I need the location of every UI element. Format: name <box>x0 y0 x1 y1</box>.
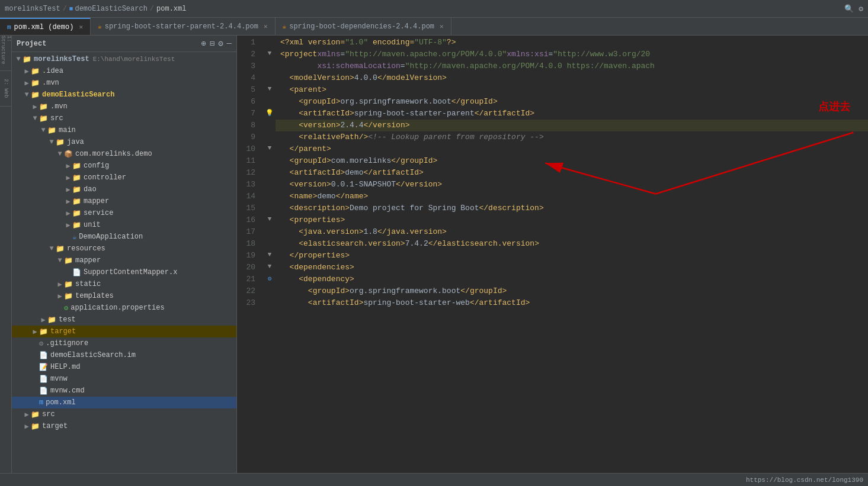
tree-java[interactable]: ▼ 📁 java <box>12 136 236 148</box>
mvnw-cmd-icon: 📄 <box>39 387 48 395</box>
tree-root[interactable]: ▼ 📁 morelinksTest E:\hand\morelinksTest <box>12 53 236 65</box>
breadcrumb-current[interactable]: pom.xml <box>156 5 186 13</box>
breadcrumb: morelinksTest / ■ demoElasticSearch / po… <box>5 5 186 13</box>
mapper-res-icon: 📁 <box>64 256 73 265</box>
project-tree: ▼ 📁 morelinksTest E:\hand\morelinksTest … <box>12 52 236 473</box>
ln-20: 20 <box>237 262 259 273</box>
tree-idea[interactable]: ▶ 📁 .idea <box>12 65 236 77</box>
tree-mvn-child[interactable]: ▶ 📁 .mvn <box>12 101 236 112</box>
breadcrumb-sep-2: / <box>150 5 154 13</box>
code-line-13: <version>0.0.1-SNAPSHOT</version> <box>276 179 868 191</box>
tree-unit[interactable]: ▶ 📁 unit <box>12 219 236 231</box>
tree-target-root[interactable]: ▶ 📁 target <box>12 420 236 432</box>
tree-mvn-root[interactable]: ▶ 📁 .mvn <box>12 77 236 89</box>
tree-app-properties[interactable]: ▶ ⚙ application.properties <box>12 302 236 314</box>
gutter-6 <box>264 95 276 107</box>
chevron-main: ▼ <box>39 126 47 134</box>
tree-mvnw[interactable]: ▶ 📄 mvnw <box>12 373 236 385</box>
ln-12: 12 <box>237 167 259 179</box>
ide-container: morelinksTest / ■ demoElasticSearch / po… <box>0 0 868 486</box>
tab-spring-boot-starter[interactable]: ☕ spring-boot-starter-parent-2.4.4.pom ✕ <box>91 18 276 35</box>
sidebar-layout-icon[interactable]: ⊟ <box>210 38 214 49</box>
tree-resources[interactable]: ▼ 📁 resources <box>12 243 236 255</box>
left-tab-structure[interactable]: 1: Structure <box>0 36 12 71</box>
ln-8: 8 <box>237 120 259 131</box>
tab-spring-dependencies[interactable]: ☕ spring-boot-dependencies-2.4.4.pom ✕ <box>276 18 451 35</box>
tab-spring-starter-close[interactable]: ✕ <box>264 22 268 30</box>
ln-4: 4 <box>237 72 259 84</box>
sidebar-minus-icon[interactable]: — <box>227 38 232 49</box>
java-icon: 📁 <box>56 138 65 147</box>
sidebar-add-icon[interactable]: ⊕ <box>201 38 206 49</box>
tree-mvnw-cmd[interactable]: ▶ 📄 mvnw.cmd <box>12 385 236 397</box>
code-line-16: <properties> <box>276 214 868 226</box>
code-line-11: <groupId>com.morelinks</groupId> <box>276 155 868 167</box>
tree-static[interactable]: ▶ 📁 static <box>12 278 236 290</box>
tree-main[interactable]: ▼ 📁 main <box>12 124 236 136</box>
chevron-mapper-res: ▼ <box>56 256 64 265</box>
tree-dao[interactable]: ▶ 📁 dao <box>12 184 236 195</box>
tree-help-md[interactable]: ▶ 📝 HELP.md <box>12 361 236 373</box>
target-root-label: target <box>42 422 68 430</box>
tab-spring-dep-close[interactable]: ✕ <box>440 22 444 30</box>
settings-icon[interactable]: ⚙ <box>859 4 863 14</box>
chevron-service: ▶ <box>64 209 72 218</box>
chevron-target-root: ▶ <box>23 422 31 431</box>
tree-service[interactable]: ▶ 📁 service <box>12 207 236 219</box>
gutter-2[interactable]: ▼ <box>264 47 276 59</box>
tree-support-content[interactable]: ▶ 📄 SupportContentMapper.x <box>12 266 236 278</box>
tree-demo-elastic[interactable]: ▼ 📁 demoElasticSearch <box>12 89 236 101</box>
code-area[interactable]: <?xml version="1.0" encoding="UTF-8"?> <… <box>276 36 868 473</box>
idea-folder-icon: 📁 <box>31 67 40 76</box>
dao-icon: 📁 <box>72 185 81 194</box>
tab-spring-dep-label: spring-boot-dependencies-2.4.4.pom <box>289 22 434 31</box>
tree-mapper-java[interactable]: ▶ 📁 mapper <box>12 195 236 207</box>
main-icon: 📁 <box>47 126 56 135</box>
config-label: config <box>84 162 109 170</box>
tree-demo-app[interactable]: ▶ ☕ DemoApplication <box>12 231 236 243</box>
left-tab-web[interactable]: 2: Web <box>0 71 12 107</box>
main-area: 1: Structure 2: Web Project ⊕ ⊟ ⚙ — ▼ 📁 <box>0 36 868 473</box>
chevron-java: ▼ <box>47 138 56 146</box>
tree-gitignore[interactable]: ▶ ⚙ .gitignore <box>12 337 236 349</box>
gutter-11 <box>264 154 276 166</box>
tab-pom-demo[interactable]: m pom.xml (demo) ✕ <box>0 18 91 35</box>
code-line-10: </parent> <box>276 143 868 155</box>
tab-pom-demo-close[interactable]: ✕ <box>79 23 83 31</box>
tree-src[interactable]: ▼ 📁 src <box>12 112 236 124</box>
tree-target-inner[interactable]: ▶ 📁 target <box>12 326 236 337</box>
mvn-child-icon: 📁 <box>39 102 48 111</box>
tree-pom-xml[interactable]: ▶ m pom.xml <box>12 397 236 408</box>
gutter-19[interactable]: ▼ <box>264 249 276 260</box>
ln-7: 7 <box>237 108 259 120</box>
tree-package[interactable]: ▼ 📦 com.morelinks.demo <box>12 148 236 160</box>
sidebar-gear-icon[interactable]: ⚙ <box>218 38 223 49</box>
gutter-10[interactable]: ▼ <box>264 142 276 154</box>
java-label: java <box>67 138 84 146</box>
code-line-7: <artifactId>spring-boot-starter-parent</… <box>276 108 868 120</box>
search-icon[interactable]: 🔍 <box>844 4 854 14</box>
tree-src-root[interactable]: ▶ 📁 src <box>12 408 236 420</box>
gutter-20[interactable]: ▼ <box>264 260 276 272</box>
gutter-15 <box>264 201 276 213</box>
tree-config[interactable]: ▶ 📁 config <box>12 160 236 172</box>
support-label: SupportContentMapper.x <box>84 268 177 276</box>
gutter-21[interactable]: ⚙ <box>264 272 276 284</box>
breadcrumb-part-1[interactable]: morelinksTest <box>5 5 60 13</box>
tree-mapper-res[interactable]: ▼ 📁 mapper <box>12 255 236 266</box>
tree-demo-img[interactable]: ▶ 📄 demoElasticSearch.im <box>12 349 236 361</box>
gutter-16[interactable]: ▼ <box>264 213 276 225</box>
breadcrumb-part-2[interactable]: ■ demoElasticSearch <box>69 5 148 13</box>
ln-1: 1 <box>237 37 259 49</box>
tree-test[interactable]: ▶ 📁 test <box>12 314 236 326</box>
idea-label: .idea <box>42 67 63 75</box>
ln-18: 18 <box>237 238 259 250</box>
tree-templates[interactable]: ▶ 📁 templates <box>12 290 236 302</box>
support-icon: 📄 <box>72 268 81 277</box>
controller-label: controller <box>84 173 126 182</box>
static-icon: 📁 <box>64 280 73 289</box>
tree-controller[interactable]: ▶ 📁 controller <box>12 172 236 184</box>
spring-starter-tab-icon: ☕ <box>98 22 102 30</box>
editor-content: 1 2 3 4 5 6 7 8 9 10 11 12 13 14 <box>237 36 868 473</box>
gutter-5[interactable]: ▼ <box>264 83 276 95</box>
